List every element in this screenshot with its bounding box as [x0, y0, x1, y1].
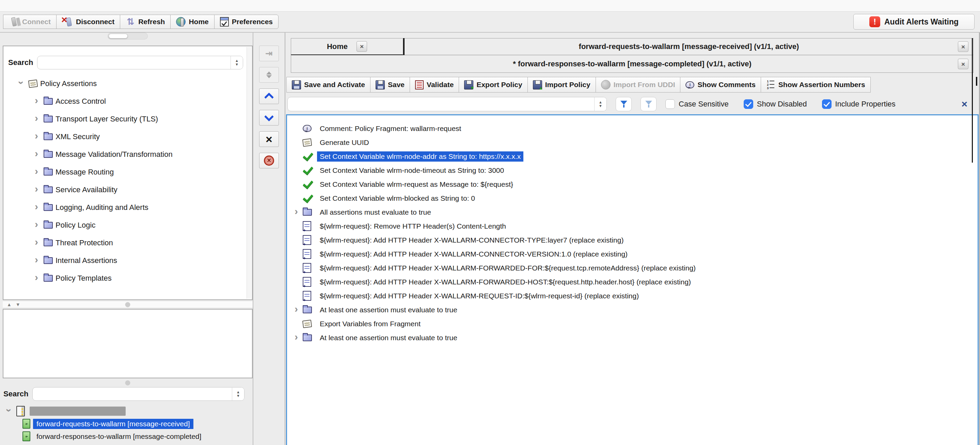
checkbox-box[interactable]	[822, 99, 832, 109]
palette-category-row[interactable]: Service Availability	[3, 181, 252, 199]
close-icon[interactable]: ×	[958, 59, 969, 70]
policy-assertion-row[interactable]: Set Context Variable wlrm-node-addr as S…	[287, 149, 978, 163]
tab-home[interactable]: Home ×	[291, 38, 403, 55]
palette-tab[interactable]	[109, 34, 128, 38]
policy-assertion-row[interactable]: At least one assertion must evaluate to …	[287, 303, 978, 317]
policy-toolbar-button[interactable]: Export Policy	[459, 77, 527, 93]
menu-item[interactable]	[5, 2, 20, 10]
add-assertion-button[interactable]	[259, 46, 279, 61]
palette-category-row[interactable]: Policy Logic	[3, 216, 252, 234]
palette-category-row[interactable]: Policy Templates	[3, 269, 252, 287]
chevron-right-icon[interactable]	[32, 256, 41, 265]
chevron-right-icon[interactable]	[32, 168, 41, 177]
palette-splitter[interactable]: ▲ ▼	[3, 301, 253, 308]
chevron-right-icon[interactable]	[32, 274, 41, 283]
chevron-right-icon[interactable]	[32, 132, 41, 141]
policy-assertion-row[interactable]: Set Context Variable wlrm-blocked as Str…	[287, 191, 978, 205]
service-policy-row[interactable]: forward-responses-to-wallarm [message-co…	[3, 430, 253, 443]
delete-assertion-button[interactable]	[259, 131, 279, 147]
policy-assertion-row[interactable]: Generate UUID	[287, 135, 978, 149]
close-icon[interactable]: ×	[356, 41, 367, 52]
policy-assertion-row[interactable]: ${wlrm-request}: Remove HTTP Header(s) C…	[287, 219, 978, 233]
filter-combo-stepper[interactable]: ▲▼	[594, 97, 606, 111]
close-icon[interactable]: ×	[958, 41, 969, 52]
chevron-right-icon[interactable]	[32, 221, 41, 230]
palette-category-row[interactable]: Threat Protection	[3, 234, 252, 252]
clear-filter-button[interactable]	[641, 97, 657, 111]
palette-category-row[interactable]: Message Routing	[3, 163, 252, 181]
policy-assertion-row[interactable]: ${wlrm-request}: Add HTTP Header X-WALLA…	[287, 289, 978, 303]
close-filter-icon[interactable]: ×	[961, 99, 967, 109]
policy-assertion-row[interactable]: ${wlrm-request}: Add HTTP Header X-WALLA…	[287, 261, 978, 275]
policy-toolbar-button[interactable]: Import Policy	[527, 77, 596, 93]
toolbar-button[interactable]: Disconnect	[56, 14, 120, 29]
policy-toolbar-button[interactable]: Show Comments	[680, 77, 761, 93]
policy-assertion-row[interactable]: All assertions must evaluate to true	[287, 205, 978, 219]
policy-assertion-row[interactable]: ${wlrm-request}: Add HTTP Header X-WALLA…	[287, 233, 978, 247]
audit-alerts-button[interactable]: Audit Alerts Waiting	[853, 14, 975, 30]
chevron-right-icon[interactable]	[292, 208, 301, 216]
menu-item[interactable]	[65, 2, 80, 10]
apply-filter-button[interactable]	[616, 97, 632, 111]
policy-toolbar-button[interactable]: Save	[370, 77, 410, 93]
policy-toolbar-button[interactable]: Import From UDDI	[595, 77, 681, 93]
collapse-down-icon[interactable]: ▼	[16, 302, 21, 307]
toolbar-button[interactable]: Refresh	[120, 14, 170, 29]
filter-checkbox[interactable]: Case Sensitive	[665, 99, 729, 109]
services-search-input[interactable]	[33, 388, 232, 401]
reorder-button[interactable]	[259, 67, 279, 83]
chevron-right-icon[interactable]	[32, 150, 41, 159]
splitter-grip[interactable]	[125, 380, 130, 385]
policy-toolbar-button[interactable]: Show Assertion Numbers	[761, 77, 871, 93]
palette-search-stepper[interactable]: ▲▼	[231, 56, 243, 69]
checkbox-box[interactable]	[665, 99, 675, 109]
policy-assertion-row[interactable]: ${wlrm-request}: Add HTTP Header X-WALLA…	[287, 247, 978, 261]
palette-category-row[interactable]: Message Validation/Transformation	[3, 146, 252, 163]
chevron-right-icon[interactable]	[32, 203, 41, 212]
move-down-button[interactable]	[259, 110, 279, 125]
palette-category-row[interactable]: Access Control	[3, 93, 252, 110]
toolbar-button[interactable]: Connect	[3, 14, 57, 29]
policy-assertion-row[interactable]: ${wlrm-request}: Add HTTP Header X-WALLA…	[287, 275, 978, 289]
move-up-button[interactable]	[259, 89, 279, 104]
chevron-right-icon[interactable]	[292, 333, 301, 342]
policy-toolbar-button[interactable]: Save and Activate	[286, 77, 371, 93]
splitter-grip[interactable]	[125, 302, 130, 307]
chevron-right-icon[interactable]	[32, 239, 41, 247]
palette-search-input[interactable]	[37, 56, 231, 69]
menu-item[interactable]	[50, 2, 65, 10]
services-splitter[interactable]	[3, 380, 253, 386]
policy-toolbar-button[interactable]: Validate	[410, 77, 459, 93]
service-policy-row[interactable]: forward-requests-to-wallarm [message-rec…	[3, 417, 253, 430]
filter-checkbox[interactable]: Show Disabled	[744, 99, 807, 109]
palette-category-row[interactable]: Transport Layer Security (TLS)	[3, 110, 252, 128]
chevron-right-icon[interactable]	[292, 306, 301, 314]
chevron-down-icon[interactable]	[5, 407, 14, 415]
palette-category-row[interactable]: XML Security	[3, 128, 252, 146]
tab-forward-requests[interactable]: forward-requests-to-wallarm [message-rec…	[404, 38, 974, 55]
tab-forward-responses[interactable]: * forward-responses-to-wallarm [message-…	[291, 55, 974, 73]
policy-assertion-row[interactable]: Set Context Variable wlrm-node-timeout a…	[287, 163, 978, 177]
toolbar-button[interactable]: Home	[170, 14, 214, 29]
services-search-stepper[interactable]: ▲▼	[232, 388, 244, 401]
gateway-root-row[interactable]	[3, 405, 253, 417]
policy-assertion-row[interactable]: At least one assertion must evaluate to …	[287, 331, 978, 345]
chevron-right-icon[interactable]	[32, 97, 41, 106]
toolbar-button[interactable]: Preferences	[214, 14, 278, 29]
chevron-down-icon[interactable]	[17, 79, 26, 88]
chevron-right-icon[interactable]	[32, 185, 41, 194]
palette-tree-root[interactable]: Policy Assertions	[3, 75, 252, 93]
collapse-up-icon[interactable]: ▲	[7, 302, 11, 307]
filter-input[interactable]	[288, 97, 594, 111]
policy-assertion-row[interactable]: Comment: Policy Fragment: wallarm-reques…	[287, 122, 978, 135]
palette-category-row[interactable]: Internal Assertions	[3, 252, 252, 269]
menu-item[interactable]	[20, 2, 35, 10]
checkbox-box[interactable]	[744, 99, 753, 109]
disable-assertion-button[interactable]	[259, 153, 279, 168]
policy-assertion-row[interactable]: Export Variables from Fragment	[287, 317, 978, 331]
filter-checkbox[interactable]: Include Properties	[822, 99, 896, 109]
palette-tab[interactable]	[128, 34, 147, 38]
palette-category-row[interactable]: Logging, Auditing and Alerts	[3, 199, 252, 216]
policy-assertion-row[interactable]: Set Context Variable wlrm-request as Mes…	[287, 177, 978, 191]
menu-item[interactable]	[35, 2, 50, 10]
